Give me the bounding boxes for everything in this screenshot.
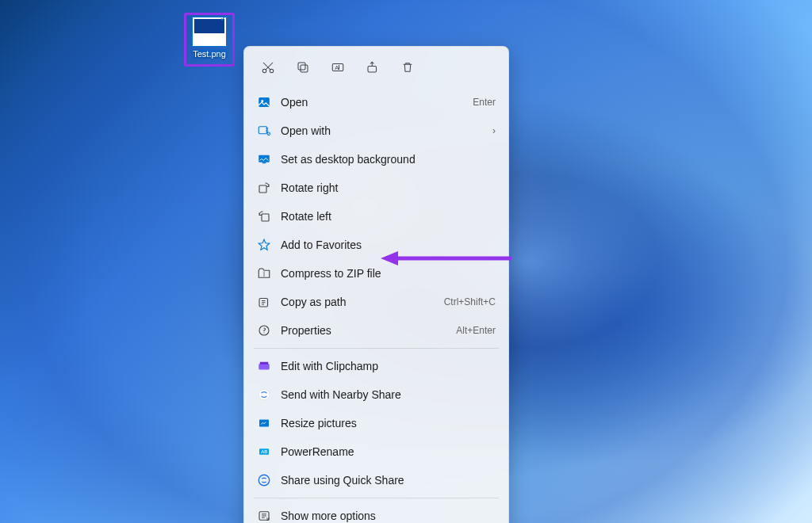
set-desktop-bg-menu-item[interactable]: Set as desktop background bbox=[247, 145, 505, 174]
powerrename-label: PowerRename bbox=[281, 445, 496, 458]
zip-icon bbox=[257, 266, 271, 281]
open-shortcut: Enter bbox=[473, 97, 496, 108]
open-with-menu-item[interactable]: Open with › bbox=[247, 116, 505, 145]
open-with-label: Open with bbox=[281, 124, 483, 137]
svg-rect-5 bbox=[298, 63, 305, 70]
svg-point-23 bbox=[259, 389, 270, 400]
svg-rect-9 bbox=[368, 66, 377, 72]
svg-rect-10 bbox=[259, 97, 270, 107]
quickshare-label: Share using Quick Share bbox=[281, 474, 496, 487]
chevron-right-icon: › bbox=[492, 125, 496, 136]
nearby-share-menu-item[interactable]: Send with Nearby Share bbox=[247, 380, 505, 409]
context-menu-toolbar: A bbox=[247, 52, 505, 88]
cut-button[interactable] bbox=[255, 56, 281, 80]
copy-as-path-menu-item[interactable]: Copy as path Ctrl+Shift+C bbox=[247, 288, 505, 316]
resize-icon bbox=[257, 416, 271, 430]
image-icon bbox=[257, 95, 271, 109]
context-menu: A Open Enter Open with › Set bbox=[243, 46, 509, 523]
copy-path-label: Copy as path bbox=[281, 296, 435, 308]
quick-share-icon bbox=[257, 473, 271, 487]
compress-label: Compress to ZIP file bbox=[281, 267, 496, 280]
rotate-right-icon bbox=[257, 181, 271, 195]
rotate-left-label: Rotate left bbox=[281, 210, 496, 223]
copy-path-icon bbox=[257, 295, 271, 309]
svg-text:AB: AB bbox=[261, 449, 267, 454]
delete-button[interactable] bbox=[395, 56, 420, 80]
copy-icon bbox=[296, 60, 310, 77]
svg-rect-24 bbox=[259, 420, 269, 427]
nearby-label: Send with Nearby Share bbox=[281, 388, 496, 401]
selected-check-icon: ✓ bbox=[220, 13, 231, 24]
clipchamp-label: Edit with Clipchamp bbox=[281, 360, 496, 372]
desktop-bg-icon bbox=[257, 152, 271, 166]
cut-icon bbox=[261, 60, 275, 77]
svg-rect-17 bbox=[262, 214, 269, 221]
rotate-left-menu-item[interactable]: Rotate left bbox=[247, 202, 505, 231]
show-more-options-menu-item[interactable]: Show more options bbox=[247, 502, 505, 523]
open-menu-item[interactable]: Open Enter bbox=[247, 88, 505, 116]
favorites-label: Add to Favorites bbox=[281, 239, 496, 251]
more-options-label: Show more options bbox=[281, 510, 496, 522]
share-button[interactable] bbox=[360, 56, 385, 80]
properties-icon bbox=[257, 323, 271, 338]
menu-separator bbox=[254, 498, 499, 498]
properties-menu-item[interactable]: Properties Alt+Enter bbox=[247, 316, 505, 345]
copy-path-shortcut: Ctrl+Shift+C bbox=[444, 296, 496, 307]
rename-icon: A bbox=[331, 60, 345, 77]
desktop-file-icon[interactable]: ✓ Test.png bbox=[184, 13, 235, 67]
compress-zip-menu-item[interactable]: Compress to ZIP file bbox=[247, 259, 505, 288]
resize-pictures-menu-item[interactable]: Resize pictures bbox=[247, 409, 505, 437]
svg-rect-12 bbox=[259, 127, 267, 134]
file-thumbnail: ✓ bbox=[192, 17, 227, 47]
svg-text:A: A bbox=[335, 64, 339, 71]
nearby-share-icon bbox=[257, 387, 271, 402]
powerrename-icon: AB bbox=[257, 445, 271, 459]
rotate-left-icon bbox=[257, 209, 271, 223]
svg-rect-4 bbox=[301, 65, 308, 72]
share-icon bbox=[366, 60, 380, 77]
more-options-icon bbox=[257, 509, 271, 523]
clipchamp-menu-item[interactable]: Edit with Clipchamp bbox=[247, 352, 505, 380]
svg-rect-16 bbox=[259, 185, 266, 193]
copy-button[interactable] bbox=[290, 56, 316, 80]
delete-icon bbox=[400, 60, 415, 77]
file-name-label: Test.png bbox=[191, 49, 228, 59]
set-bg-label: Set as desktop background bbox=[281, 153, 496, 166]
powerrename-menu-item[interactable]: AB PowerRename bbox=[247, 437, 505, 466]
clipchamp-icon bbox=[257, 359, 271, 373]
rotate-right-menu-item[interactable]: Rotate right bbox=[247, 174, 505, 202]
svg-rect-22 bbox=[260, 362, 269, 365]
svg-rect-15 bbox=[262, 162, 266, 164]
rotate-right-label: Rotate right bbox=[281, 181, 496, 194]
svg-rect-14 bbox=[259, 155, 270, 162]
rename-button[interactable]: A bbox=[325, 56, 350, 80]
resize-label: Resize pictures bbox=[281, 417, 496, 429]
open-label: Open bbox=[281, 96, 463, 109]
add-favorites-menu-item[interactable]: Add to Favorites bbox=[247, 231, 505, 259]
svg-rect-21 bbox=[259, 364, 270, 370]
open-with-icon bbox=[257, 124, 271, 138]
svg-point-27 bbox=[259, 475, 270, 486]
star-icon bbox=[257, 238, 271, 252]
quick-share-menu-item[interactable]: Share using Quick Share bbox=[247, 466, 505, 494]
properties-label: Properties bbox=[281, 324, 446, 337]
properties-shortcut: Alt+Enter bbox=[456, 325, 496, 336]
menu-separator bbox=[254, 348, 499, 349]
